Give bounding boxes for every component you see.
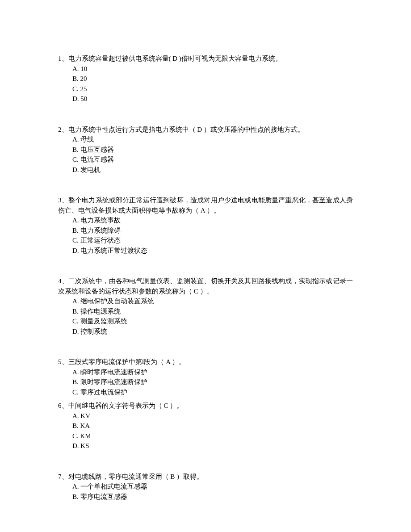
option-text: KS bbox=[79, 442, 89, 449]
option: B. 零序电流互感器 bbox=[72, 492, 353, 502]
option: A. 电力系统事故 bbox=[72, 215, 353, 226]
question-text-before: 、对电缆线路，零序电流通常采用（ bbox=[62, 473, 169, 480]
option-label: B. bbox=[72, 493, 79, 500]
option-text: 测量及监测系统 bbox=[79, 318, 127, 325]
option-label: C. bbox=[72, 318, 79, 325]
question-number: 5 bbox=[58, 358, 62, 365]
option-label: B. bbox=[72, 75, 79, 82]
option-text: 25 bbox=[79, 85, 87, 92]
option-text: 发电机 bbox=[79, 166, 101, 173]
option-label: C. bbox=[72, 85, 79, 92]
options-list: A. 继电保护及自动装置系统B. 操作电源系统C. 测量及监测系统D. 控制系统 bbox=[58, 296, 353, 336]
option-label: A. bbox=[72, 217, 79, 224]
option-label: C. bbox=[72, 237, 79, 244]
question-3: 3、整个电力系统或部分正常运行遭到破坏，造成对用户少送电或电能质量严重恶化，甚至… bbox=[58, 195, 353, 256]
option-text: 10 bbox=[79, 65, 88, 72]
question-text-after: ）取得。 bbox=[176, 473, 203, 480]
option-text: 电力系统障碍 bbox=[79, 227, 121, 234]
option-text: 电流互感器 bbox=[79, 156, 114, 163]
option-label: B. bbox=[72, 227, 79, 234]
option-text: 瞬时零序电流速断保护 bbox=[79, 369, 148, 376]
option-label: A. bbox=[72, 412, 79, 419]
question-text: 1、电力系统容量超过被供电系统容量( D )倍时可视为无限大容量电力系统。 bbox=[58, 54, 353, 64]
question-text-after: ）或变压器的中性点的接地方式。 bbox=[204, 126, 304, 133]
option-text: KA bbox=[79, 422, 90, 429]
question-text: 2、电力系统中性点运行方式是指电力系统中（ D ）或变压器的中性点的接地方式。 bbox=[58, 125, 353, 135]
option: B. 限时零序电流速断保护 bbox=[72, 377, 353, 387]
option-label: B. bbox=[72, 378, 79, 385]
option: B. 电力系统障碍 bbox=[72, 226, 353, 236]
option-text: 操作电源系统 bbox=[79, 308, 121, 315]
question-text: 3、整个电力系统或部分正常运行遭到破坏，造成对用户少送电或电能质量严重恶化，甚至… bbox=[58, 195, 353, 215]
question-text-after: ）。 bbox=[170, 402, 183, 409]
question-answer: C bbox=[162, 402, 170, 409]
option: B. 电压互感器 bbox=[72, 145, 353, 155]
question-text: 6、中间继电器的文字符号表示为（ C ）。 bbox=[58, 401, 353, 411]
option: A. 瞬时零序电流速断保护 bbox=[72, 367, 353, 377]
option-text: 电力系统事故 bbox=[79, 217, 121, 224]
option: C. 测量及监测系统 bbox=[72, 316, 353, 327]
question-text-after: ）。 bbox=[207, 207, 220, 214]
option-label: A. bbox=[72, 65, 79, 72]
question-number: 4 bbox=[58, 277, 62, 285]
option-label: C. bbox=[72, 156, 79, 163]
question-text-after: )倍时可视为无限大容量电力系统。 bbox=[179, 55, 282, 62]
option-label: B. bbox=[72, 308, 79, 315]
question-text: 7、对电缆线路，零序电流通常采用（ B ）取得。 bbox=[58, 472, 353, 482]
option: A. 一个单相式电流互感器 bbox=[72, 482, 353, 492]
option-text: 正常运行状态 bbox=[79, 237, 121, 244]
option-label: D. bbox=[72, 247, 79, 254]
option-text: 继电保护及自动装置系统 bbox=[79, 297, 155, 305]
option-text: 一个单相式电流互感器 bbox=[79, 483, 148, 490]
option: C. 电流互感器 bbox=[72, 155, 353, 165]
option-text: KV bbox=[79, 412, 90, 419]
option: C. KM bbox=[72, 431, 353, 441]
option-text: 限时零序电流速断保护 bbox=[79, 378, 147, 385]
question-answer: A bbox=[199, 207, 207, 214]
question-answer: A bbox=[164, 358, 172, 365]
question-answer: D bbox=[171, 55, 179, 62]
question-text: 4、二次系统中，由各种电气测量仪表、监测装置、切换开关及其回路接线构成，实现指示… bbox=[58, 276, 353, 296]
option: B. KA bbox=[72, 421, 353, 431]
option-label: A. bbox=[72, 136, 79, 143]
question-1: 1、电力系统容量超过被供电系统容量( D )倍时可视为无限大容量电力系统。A. … bbox=[58, 54, 353, 104]
options-list: A. 电力系统事故B. 电力系统障碍C. 正常运行状态D. 电力系统正常过渡状态 bbox=[58, 215, 353, 256]
question-7: 7、对电缆线路，零序电流通常采用（ B ）取得。A. 一个单相式电流互感器B. … bbox=[58, 472, 353, 502]
options-list: A. KVB. KAC. KMD. KS bbox=[58, 411, 353, 451]
option: D. 50 bbox=[72, 94, 353, 104]
question-5: 5、三段式零序电流保护中第I段为（ A ）。A. 瞬时零序电流速断保护B. 限时… bbox=[58, 357, 353, 397]
question-6: 6、中间继电器的文字符号表示为（ C ）。A. KVB. KAC. KMD. K… bbox=[58, 401, 353, 451]
question-number: 7 bbox=[58, 473, 62, 480]
option-text: 母线 bbox=[79, 136, 94, 143]
option-text: 零序电流互感器 bbox=[79, 493, 127, 500]
option: D. KS bbox=[72, 441, 353, 451]
options-list: A. 母线B. 电压互感器C. 电流互感器D. 发电机 bbox=[58, 134, 353, 175]
question-answer: B bbox=[169, 473, 177, 480]
option: B. 操作电源系统 bbox=[72, 306, 353, 317]
question-text-before: 、电力系统中性点运行方式是指电力系统中（ bbox=[62, 126, 196, 133]
option-label: D. bbox=[72, 166, 79, 173]
option-text: 20 bbox=[79, 75, 87, 82]
question-number: 6 bbox=[58, 402, 62, 409]
option-label: B. bbox=[72, 422, 79, 429]
option: A. 10 bbox=[72, 64, 353, 74]
question-answer: D bbox=[196, 126, 204, 133]
option-label: D. bbox=[72, 95, 79, 102]
option-text: KM bbox=[79, 432, 91, 440]
option: A. KV bbox=[72, 411, 353, 421]
option-label: A. bbox=[72, 483, 79, 490]
question-text-before: 、中间继电器的文字符号表示为（ bbox=[62, 402, 162, 409]
option: C. 零序过电流保护 bbox=[72, 387, 353, 398]
question-text-after: ）。 bbox=[200, 288, 214, 295]
question-2: 2、电力系统中性点运行方式是指电力系统中（ D ）或变压器的中性点的接地方式。A… bbox=[58, 125, 353, 175]
question-number: 1 bbox=[58, 55, 62, 62]
question-text-after: ）。 bbox=[172, 358, 185, 365]
options-list: A. 10B. 20C. 25D. 50 bbox=[58, 64, 353, 104]
option-label: A. bbox=[72, 369, 79, 376]
question-4: 4、二次系统中，由各种电气测量仪表、监测装置、切换开关及其回路接线构成，实现指示… bbox=[58, 276, 353, 336]
question-answer: C bbox=[192, 288, 200, 295]
option: D. 控制系统 bbox=[72, 327, 353, 337]
option-label: C. bbox=[72, 432, 79, 440]
option: D. 电力系统正常过渡状态 bbox=[72, 246, 353, 256]
option: C. 25 bbox=[72, 84, 353, 94]
